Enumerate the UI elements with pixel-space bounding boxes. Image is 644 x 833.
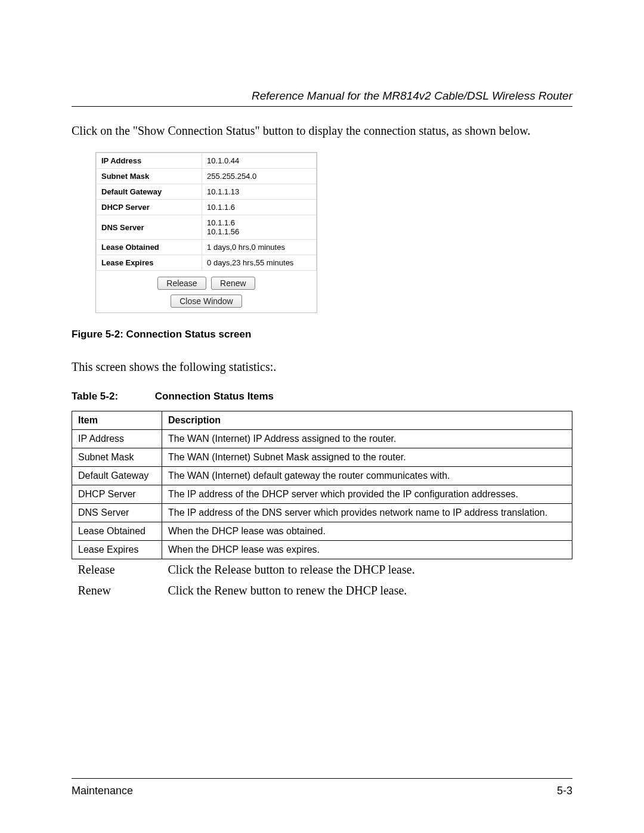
table-caption: Table 5-2: Connection Status Items — [72, 391, 572, 402]
description-cell: The IP address of the DNS server which p… — [162, 504, 572, 522]
status-value: 10.1.1.6 — [202, 200, 317, 215]
connection-status-table: IP Address10.1.0.44Subnet Mask255.255.25… — [96, 153, 317, 271]
item-cell: IP Address — [72, 430, 162, 448]
status-row: IP Address10.1.0.44 — [97, 153, 317, 169]
description-cell: Click the Renew button to renew the DHCP… — [162, 580, 572, 601]
description-cell: The WAN (Internet) IP Address assigned t… — [162, 430, 572, 448]
table-row: DHCP ServerThe IP address of the DHCP se… — [72, 485, 572, 504]
panel-button-row-1: Release Renew — [96, 271, 317, 295]
status-label: IP Address — [97, 153, 202, 169]
table-row: IP AddressThe WAN (Internet) IP Address … — [72, 430, 572, 448]
description-cell: The WAN (Internet) default gateway the r… — [162, 467, 572, 485]
table-header-item: Item — [72, 411, 162, 430]
item-cell: Renew — [72, 580, 162, 601]
status-value: 255.255.254.0 — [202, 169, 317, 184]
status-row: DNS Server10.1.1.6 10.1.1.56 — [97, 215, 317, 240]
table-caption-label: Table 5-2: — [72, 391, 152, 402]
renew-button[interactable]: Renew — [211, 277, 255, 290]
item-cell: Release — [72, 559, 162, 581]
description-cell: The WAN (Internet) Subnet Mask assigned … — [162, 448, 572, 467]
status-value: 0 days,23 hrs,55 minutes — [202, 255, 317, 271]
intro-paragraph: Click on the "Show Connection Status" bu… — [72, 122, 572, 139]
item-cell: Subnet Mask — [72, 448, 162, 467]
table-row: Subnet MaskThe WAN (Internet) Subnet Mas… — [72, 448, 572, 467]
status-row: Lease Expires0 days,23 hrs,55 minutes — [97, 255, 317, 271]
item-cell: DHCP Server — [72, 485, 162, 504]
status-value: 10.1.1.13 — [202, 184, 317, 200]
description-cell: When the DHCP lease was obtained. — [162, 522, 572, 541]
status-row: Subnet Mask255.255.254.0 — [97, 169, 317, 184]
document-header: Reference Manual for the MR814v2 Cable/D… — [72, 89, 572, 103]
table-row: RenewClick the Renew button to renew the… — [72, 580, 572, 601]
panel-button-row-2: Close Window — [96, 295, 317, 312]
header-rule — [72, 106, 572, 107]
close-window-button[interactable]: Close Window — [171, 295, 242, 308]
status-row: Default Gateway10.1.1.13 — [97, 184, 317, 200]
item-cell: Lease Expires — [72, 541, 162, 559]
table-row: DNS ServerThe IP address of the DNS serv… — [72, 504, 572, 522]
item-cell: Lease Obtained — [72, 522, 162, 541]
page-footer: Maintenance 5-3 — [72, 778, 572, 797]
figure-caption: Figure 5-2: Connection Status screen — [72, 329, 572, 340]
description-cell: When the DHCP lease was expires. — [162, 541, 572, 559]
status-label: DHCP Server — [97, 200, 202, 215]
footer-page-number: 5-3 — [557, 785, 572, 797]
item-cell: Default Gateway — [72, 467, 162, 485]
status-label: DNS Server — [97, 215, 202, 240]
status-row: DHCP Server10.1.1.6 — [97, 200, 317, 215]
table-caption-title: Connection Status Items — [155, 391, 274, 402]
mid-paragraph: This screen shows the following statisti… — [72, 358, 572, 375]
table-row: Lease ObtainedWhen the DHCP lease was ob… — [72, 522, 572, 541]
release-button[interactable]: Release — [157, 277, 206, 290]
status-label: Lease Obtained — [97, 240, 202, 255]
description-cell: Click the Release button to release the … — [162, 559, 572, 581]
status-row: Lease Obtained1 days,0 hrs,0 minutes — [97, 240, 317, 255]
table-row: Default GatewayThe WAN (Internet) defaul… — [72, 467, 572, 485]
item-cell: DNS Server — [72, 504, 162, 522]
table-row: Lease ExpiresWhen the DHCP lease was exp… — [72, 541, 572, 559]
footer-section: Maintenance — [72, 785, 133, 797]
status-value: 1 days,0 hrs,0 minutes — [202, 240, 317, 255]
table-row: ReleaseClick the Release button to relea… — [72, 559, 572, 581]
connection-status-items-table: Item Description IP AddressThe WAN (Inte… — [72, 411, 572, 601]
status-label: Lease Expires — [97, 255, 202, 271]
status-value: 10.1.0.44 — [202, 153, 317, 169]
footer-rule — [72, 778, 572, 779]
description-cell: The IP address of the DHCP server which … — [162, 485, 572, 504]
status-value: 10.1.1.6 10.1.1.56 — [202, 215, 317, 240]
status-label: Subnet Mask — [97, 169, 202, 184]
connection-status-panel: IP Address10.1.0.44Subnet Mask255.255.25… — [95, 152, 317, 313]
table-header-description: Description — [162, 411, 572, 430]
status-label: Default Gateway — [97, 184, 202, 200]
